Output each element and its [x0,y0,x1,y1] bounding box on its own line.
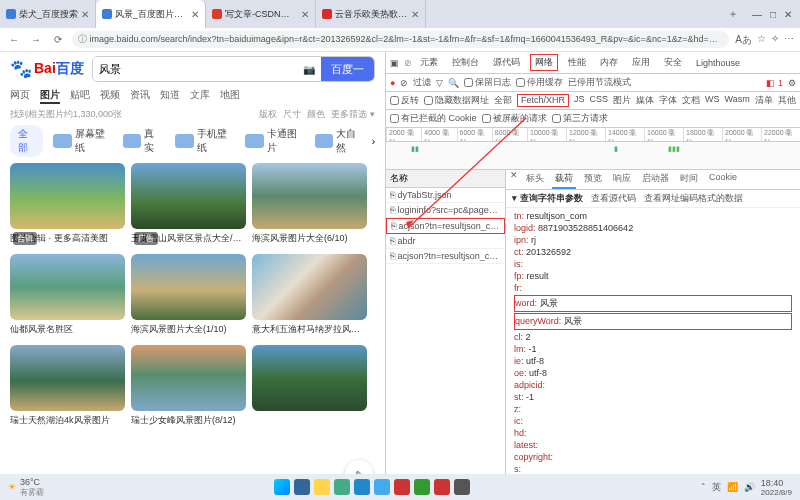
device-icon[interactable]: ⎚ [405,58,410,68]
settings-icon[interactable]: ⚙ [788,78,796,88]
camera-icon[interactable]: 📷 [297,57,321,81]
nav-reload[interactable]: ⟳ [50,32,66,48]
nav-tab[interactable]: 贴吧 [70,88,90,104]
clear-icon[interactable]: ⊘ [400,78,408,88]
filter-chip[interactable]: Wasm [725,94,750,107]
tray-up-icon[interactable]: ˄ [701,482,706,492]
clock[interactable]: 18:402022/8/9 [761,478,792,497]
filter-chip[interactable]: 其他 [778,94,796,107]
filter-icon[interactable]: ▽ [436,78,443,88]
task-icon[interactable] [454,479,470,495]
browser-tab[interactable]: 云音乐欧美热歌榜 - 排行榜 - 网…✕ [316,0,426,28]
task-icon[interactable] [294,479,310,495]
menu-icon[interactable]: ⋯ [784,33,794,47]
disable-cache-check[interactable] [516,78,525,87]
browser-tab[interactable]: 风景_百度图片搜索✕ [96,0,206,28]
nav-tab[interactable]: 网页 [10,88,30,104]
volume-icon[interactable]: 🔊 [744,482,755,492]
nav-tab[interactable]: 资讯 [130,88,150,104]
window-close[interactable]: ✕ [784,9,792,20]
nav-fwd[interactable]: → [28,32,44,48]
task-icon[interactable] [374,479,390,495]
filter-chip[interactable]: 文档 [682,94,700,107]
new-tab-button[interactable]: ＋ [722,7,744,21]
request-row[interactable]: ⎘ acjson?tn=resultjson_com&lo… [386,249,505,264]
nav-tab[interactable]: 视频 [100,88,120,104]
detail-tab[interactable]: 启动器 [639,170,672,189]
close-tab-icon[interactable]: ✕ [81,9,89,20]
inspect-icon[interactable]: ▣ [390,58,399,68]
task-icon[interactable] [354,479,370,495]
task-icon[interactable] [434,479,450,495]
search-button[interactable]: 百度一 [321,57,374,81]
filter-chip[interactable]: 清单 [755,94,773,107]
filter-chip[interactable]: 全部 [494,94,512,107]
weather-widget[interactable]: ☀ 36°C有雾霾 [8,477,44,498]
devtools-tab[interactable]: Lighthouse [692,57,744,69]
read-icon[interactable]: Aあ [735,33,752,47]
category-pill[interactable]: 真实 [119,125,166,157]
pills-more[interactable]: › [372,136,375,147]
image-card[interactable]: 海滨风景图片大全(6/10) [252,163,367,248]
throttle-label[interactable]: 已停用节流模式 [568,76,631,89]
window-max[interactable]: □ [770,9,776,20]
filter-check[interactable]: 有已拦截的 Cookie [390,112,477,125]
ime-icon[interactable]: 英 [712,481,721,494]
task-icon[interactable] [314,479,330,495]
image-card[interactable]: 瑞士天然湖泊4k风景图片 [10,345,125,430]
name-column-header[interactable]: 名称 [386,170,505,188]
task-icon[interactable] [334,479,350,495]
search-input[interactable] [93,57,297,81]
devtools-tab[interactable]: 性能 [564,55,590,70]
browser-tab[interactable]: 写文章-CSDN创作中心✕ [206,0,316,28]
category-pill[interactable]: 全部 [10,125,43,157]
browser-tab[interactable]: 柴犬_百度搜索✕ [0,0,96,28]
image-card[interactable]: 海滨风景图片大全(1/10) [131,254,246,339]
filter-chip[interactable]: 图片 [613,94,631,107]
category-pill[interactable]: 大自然 [311,125,366,157]
filter-check[interactable]: 被屏蔽的请求 [482,112,547,125]
detail-tab[interactable]: Cookie [706,170,740,189]
nav-tab[interactable]: 图片 [40,88,60,104]
detail-tab[interactable]: 时间 [677,170,701,189]
filter-chip[interactable]: Fetch/XHR [517,94,569,107]
task-icon[interactable] [394,479,410,495]
request-row[interactable]: ⎘ dyTabStr.json [386,188,505,203]
detail-tab[interactable]: 载荷 [552,170,576,189]
nav-tab[interactable]: 知道 [160,88,180,104]
record-icon[interactable]: ● [390,78,395,88]
category-pill[interactable]: 屏幕壁纸 [49,125,113,157]
request-row[interactable]: ⎘ acjson?tn=resultjson_com&lo… [386,218,505,234]
detail-tab[interactable]: 标头 [523,170,547,189]
nav-tab[interactable]: 地图 [220,88,240,104]
filter-link[interactable]: 版权 [259,108,277,121]
devtools-tab[interactable]: 网络 [530,54,558,71]
image-card[interactable]: 仙都风景名胜区 [10,254,125,339]
image-card[interactable]: 瑞士少女峰风景图片(8/12) [131,345,246,430]
request-row[interactable]: ⎘ logininfo?src=pc&page=sear… [386,203,505,218]
devtools-tab[interactable]: 内存 [596,55,622,70]
nav-back[interactable]: ← [6,32,22,48]
filter-link[interactable]: 更多筛选 ▾ [331,108,375,121]
nav-tab[interactable]: 文库 [190,88,210,104]
subsection-link[interactable]: 查看网址编码格式的数据 [644,192,743,205]
image-card[interactable]: 合辑图片合辑 · 更多高清美图 [10,163,125,248]
filter-check[interactable]: 第三方请求 [552,112,608,125]
filter-link[interactable]: 尺寸 [283,108,301,121]
detail-tab[interactable]: 预览 [581,170,605,189]
filter-chip[interactable]: 媒体 [636,94,654,107]
category-pill[interactable]: 手机壁纸 [171,125,235,157]
subsection-link[interactable]: 查看源代码 [591,192,636,205]
devtools-tab[interactable]: 源代码 [489,55,524,70]
address-bar[interactable]: ⓘ image.baidu.com/search/index?tn=baidui… [72,31,729,48]
search-icon[interactable]: 🔍 [448,78,459,88]
request-row[interactable]: ⎘ abdr [386,234,505,249]
start-button[interactable] [274,479,290,495]
baidu-logo[interactable]: 🐾 Bai百度 [10,58,84,80]
filter-link[interactable]: 颜色 [307,108,325,121]
category-pill[interactable]: 卡通图片 [241,125,305,157]
error-badge[interactable]: ◧ 1 [766,78,783,88]
window-min[interactable]: — [752,9,762,20]
ext-icon[interactable]: ✧ [771,33,779,47]
image-card[interactable]: 意大利五渔村马纳罗拉风景图片 [252,254,367,339]
